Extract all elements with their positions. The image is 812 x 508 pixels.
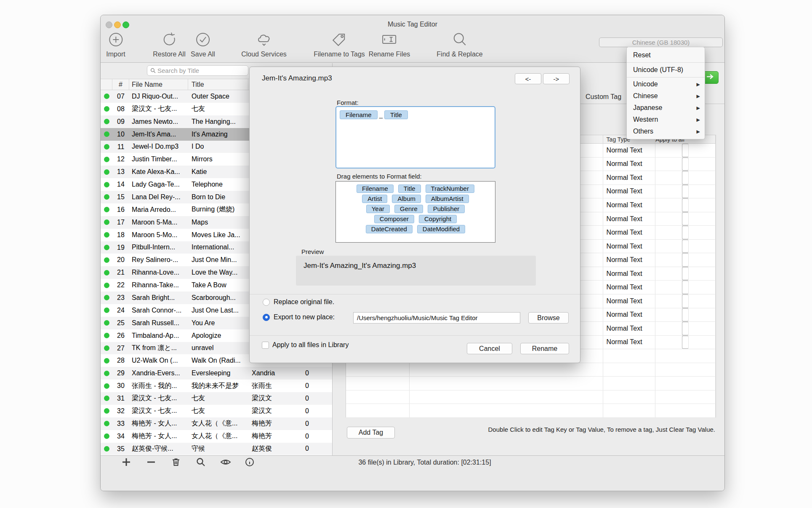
element-token-genre[interactable]: Genre: [394, 205, 423, 213]
apply-to-all-checkbox[interactable]: [682, 144, 689, 157]
tag-type-cell[interactable]: Normal Text: [603, 308, 656, 322]
table-row[interactable]: 33梅艳芳 - 女人...女人花（《意...梅艳芳0: [101, 417, 332, 430]
plus-button[interactable]: [121, 457, 132, 468]
custom-tag-row[interactable]: [346, 404, 716, 418]
toolbar-rename-files-button[interactable]: Rename Files: [369, 30, 410, 58]
menu-item-western[interactable]: Western▶: [627, 114, 705, 126]
add-tag-button[interactable]: Add Tag: [347, 427, 395, 438]
number-column-header[interactable]: #: [112, 79, 129, 90]
tag-value-cell[interactable]: [410, 363, 603, 377]
search-text-input[interactable]: [157, 67, 245, 74]
tag-type-cell[interactable]: Normal Text: [603, 226, 656, 239]
apply-to-all-checkbox[interactable]: [682, 240, 689, 253]
element-token-copyright[interactable]: Copyright: [419, 215, 457, 223]
title-column-header[interactable]: Title: [188, 79, 248, 90]
element-token-artist[interactable]: Artist: [362, 195, 387, 203]
format-token-filename[interactable]: Filename: [340, 110, 378, 119]
export-path-input[interactable]: [353, 312, 520, 324]
replace-original-radio[interactable]: Replace original file.: [263, 298, 334, 306]
apply-to-all-checkbox[interactable]: [682, 267, 689, 281]
tag-type-cell[interactable]: Normal Text: [603, 144, 656, 157]
apply-to-all-checkbox[interactable]: [682, 322, 689, 335]
tag-type-cell[interactable]: [603, 377, 656, 390]
menu-item-reset[interactable]: Reset: [627, 49, 705, 61]
tag-type-cell[interactable]: Normal Text: [603, 185, 656, 198]
apply-to-all-checkbox[interactable]: [682, 171, 689, 184]
toolbar-save-all-button[interactable]: Save All: [191, 30, 215, 58]
table-row[interactable]: 31梁汉文 - 七友...七友梁汉文0: [101, 392, 332, 405]
tag-value-cell[interactable]: [410, 390, 603, 404]
rename-button[interactable]: Rename: [520, 343, 569, 354]
menu-item-others[interactable]: Others▶: [627, 126, 705, 137]
tag-type-cell[interactable]: Normal Text: [603, 267, 656, 281]
apply-to-all-checkbox[interactable]: [682, 294, 689, 308]
table-row[interactable]: 35赵英俊-守候...守候赵英俊0: [101, 443, 332, 455]
tag-type-cell[interactable]: [603, 390, 656, 404]
element-token-title[interactable]: Title: [398, 184, 421, 193]
apply-to-all-checkbox[interactable]: [682, 198, 689, 212]
search-input[interactable]: [147, 65, 248, 76]
tag-type-cell[interactable]: Normal Text: [603, 336, 656, 349]
eye-button[interactable]: [220, 457, 231, 468]
element-token-publisher[interactable]: Publisher: [428, 205, 465, 213]
custom-tag-row[interactable]: [346, 390, 716, 404]
tag-type-cell[interactable]: Normal Text: [603, 253, 656, 267]
prev-file-button[interactable]: <-: [515, 73, 541, 84]
toolbar-find-replace-button[interactable]: Find & Replace: [437, 30, 482, 58]
minus-button[interactable]: [146, 457, 157, 468]
table-row[interactable]: 29Xandria-Evers...EversleepingXandria0: [101, 367, 332, 380]
element-token-albumartist[interactable]: AlbumArtist: [426, 195, 469, 203]
tag-type-cell[interactable]: Normal Text: [603, 171, 656, 184]
info-button[interactable]: [244, 457, 255, 468]
tag-type-cell[interactable]: Normal Text: [603, 294, 656, 308]
element-token-tracknumber[interactable]: TrackNumber: [426, 184, 474, 193]
tag-key-cell[interactable]: [346, 404, 410, 417]
tag-key-cell[interactable]: [346, 390, 410, 404]
format-field[interactable]: Filename_Title: [335, 106, 495, 168]
apply-to-all-checkbox[interactable]: [682, 253, 689, 267]
tag-key-cell[interactable]: [346, 377, 410, 390]
tag-type-cell[interactable]: Normal Text: [603, 198, 656, 212]
menu-item-japanese[interactable]: Japanese▶: [627, 102, 705, 114]
apply-all-files-checkbox[interactable]: Apply to all files in Library: [262, 341, 349, 349]
toolbar-restore-all-button[interactable]: Restore All: [153, 30, 185, 58]
trash-button[interactable]: [170, 457, 181, 468]
tag-type-cell[interactable]: Normal Text: [603, 158, 656, 171]
element-token-datemodified[interactable]: DateModified: [417, 225, 465, 233]
apply-to-all-checkbox[interactable]: [682, 185, 689, 198]
element-token-filename[interactable]: Filename: [357, 184, 394, 193]
tag-type-cell[interactable]: Normal Text: [603, 322, 656, 335]
tag-type-cell[interactable]: [603, 363, 656, 377]
toolbar-import-button[interactable]: Import: [106, 30, 125, 58]
table-row[interactable]: 30张雨生 - 我的...我的未来不是梦张雨生0: [101, 380, 332, 392]
apply-to-all-checkbox[interactable]: [682, 308, 689, 322]
encoding-field[interactable]: Chinese (GB 18030): [599, 37, 723, 47]
apply-to-all-checkbox[interactable]: [682, 226, 689, 239]
magnifier-button[interactable]: [195, 457, 206, 468]
tag-type-cell[interactable]: Normal Text: [603, 212, 656, 226]
tag-key-cell[interactable]: [346, 363, 410, 377]
table-row[interactable]: 32梁汉文 - 七友...七友梁汉文0: [101, 405, 332, 417]
apply-to-all-checkbox[interactable]: [682, 281, 689, 294]
apply-to-all-checkbox[interactable]: [682, 336, 689, 349]
file-name-column-header[interactable]: File Name: [129, 79, 188, 90]
table-row[interactable]: 34梅艳芳 - 女人...女人花（《意...梅艳芳0: [101, 430, 332, 443]
format-token-title[interactable]: Title: [384, 110, 408, 119]
element-token-datecreated[interactable]: DateCreated: [366, 225, 413, 233]
element-token-year[interactable]: Year: [366, 205, 390, 213]
next-file-button[interactable]: ->: [543, 73, 570, 84]
tag-type-cell[interactable]: [603, 349, 656, 363]
apply-to-all-checkbox[interactable]: [682, 158, 689, 171]
element-token-album[interactable]: Album: [392, 195, 421, 203]
tag-type-cell[interactable]: Normal Text: [603, 281, 656, 294]
menu-item-unicode[interactable]: Unicode▶: [627, 78, 705, 90]
custom-tag-row[interactable]: [346, 363, 716, 377]
cancel-button[interactable]: Cancel: [467, 343, 512, 354]
tab-custom-tag[interactable]: Custom Tag: [586, 93, 621, 101]
tag-value-cell[interactable]: [410, 404, 603, 417]
tag-type-cell[interactable]: Normal Text: [603, 240, 656, 253]
tag-value-cell[interactable]: [410, 377, 603, 390]
menu-item-chinese[interactable]: Chinese▶: [627, 90, 705, 102]
apply-to-all-checkbox[interactable]: [682, 212, 689, 226]
element-token-composer[interactable]: Composer: [374, 215, 414, 223]
